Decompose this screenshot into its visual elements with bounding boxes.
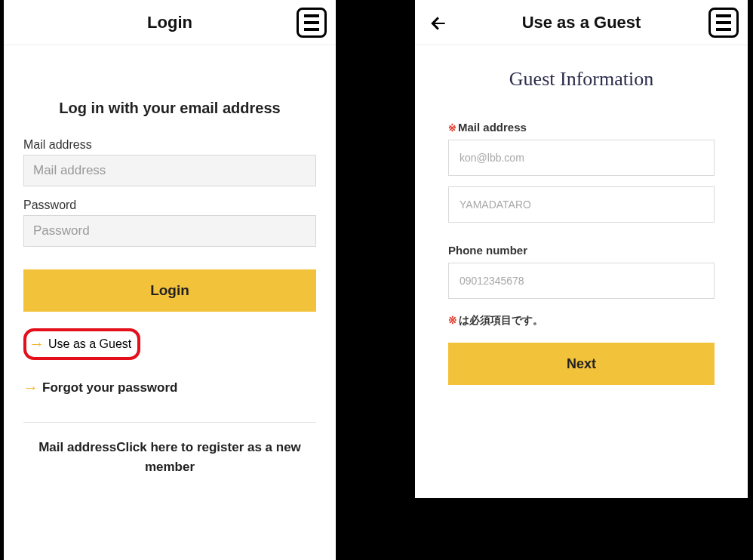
hamburger-icon (716, 14, 731, 17)
register-link[interactable]: Mail addressClick here to register as a … (23, 438, 316, 476)
guest-mail-input[interactable] (448, 140, 715, 176)
login-title: Login (147, 13, 192, 32)
mail-input[interactable] (23, 155, 316, 186)
login-button[interactable]: Login (23, 269, 316, 312)
guest-body: Guest Information ※Mail address Phone nu… (415, 68, 748, 385)
guest-screen: Use as a Guest Guest Information ※Mail a… (415, 0, 748, 498)
login-heading: Log in with your email address (23, 100, 316, 117)
password-label: Password (23, 198, 316, 212)
hamburger-menu-button[interactable] (708, 8, 739, 38)
password-input[interactable] (23, 215, 316, 247)
login-screen: Login Log in with your email address Mai… (4, 0, 336, 560)
guest-phone-label: Phone number (448, 244, 715, 257)
guest-header: Use as a Guest (415, 0, 748, 45)
hamburger-menu-button[interactable] (297, 8, 327, 38)
guest-name-input[interactable] (448, 186, 715, 223)
guest-link-label: Use as a Guest (48, 337, 131, 351)
guest-title: Use as a Guest (522, 13, 641, 32)
login-header: Login (4, 0, 336, 45)
arrow-right-icon: → (23, 380, 38, 396)
arrow-right-icon: → (29, 336, 45, 352)
forgot-link-label: Forgot your password (42, 380, 177, 395)
forgot-password-link[interactable]: → Forgot your password (23, 380, 316, 396)
guest-info-heading: Guest Information (448, 68, 715, 91)
required-note: ※は必須項目です。 (448, 314, 715, 328)
arrow-left-icon (429, 14, 448, 33)
hamburger-icon (304, 14, 319, 17)
mail-label: Mail address (23, 138, 316, 152)
back-button[interactable] (426, 11, 451, 36)
login-body: Log in with your email address Mail addr… (4, 100, 336, 476)
required-mark-icon: ※ (448, 122, 456, 134)
guest-phone-input[interactable] (448, 263, 715, 299)
next-button[interactable]: Next (448, 343, 715, 385)
divider (23, 422, 316, 423)
guest-mail-label: ※Mail address (448, 121, 715, 134)
required-mark-icon: ※ (448, 314, 457, 326)
use-as-guest-link[interactable]: → Use as a Guest (23, 328, 140, 360)
